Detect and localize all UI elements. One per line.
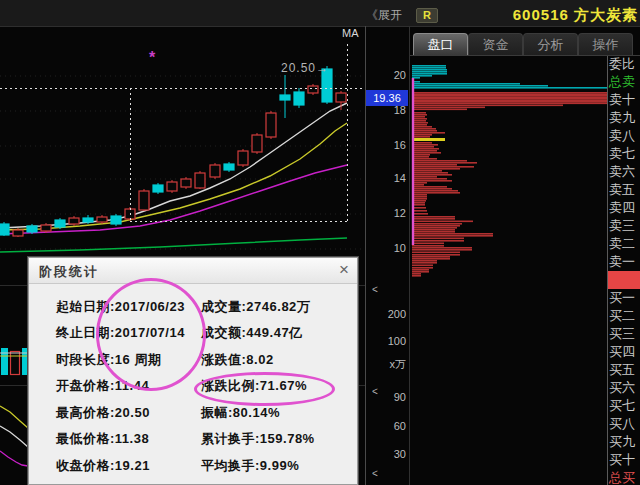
quote-row-卖四[interactable]: 卖四 [609,199,640,217]
chip-bar [412,221,473,223]
window-divider[interactable] [409,26,410,485]
chip-bar [412,134,432,136]
chip-bar [412,75,432,77]
chip-bar [412,130,437,132]
candlestick [308,86,318,93]
chip-bar [412,218,455,220]
price-axis-label: 14 [366,172,406,185]
chip-bar [412,166,474,168]
chip-bar [412,146,434,148]
quote-row-买五[interactable]: 买五 [609,361,640,379]
chip-bar [412,186,447,188]
chip-bar [412,231,455,233]
panel-collapse-arrow[interactable]: < [372,469,378,479]
quote-row-委比[interactable]: 委比 [609,55,640,73]
quote-row-买二[interactable]: 买二 [609,307,640,325]
price-axis-label: 10 [366,242,406,255]
panel-collapse-arrow[interactable]: < [372,285,378,295]
candlestick [41,225,51,231]
chip-bar [412,267,433,269]
stat-period-length: 时段长度:16 周期 [56,351,161,371]
close-icon[interactable]: × [339,260,349,280]
stat-low-price: 最低价格:11.38 [56,430,149,450]
chip-bar [412,85,548,87]
chip-bar [412,107,485,109]
selected-price-row[interactable] [608,271,640,289]
chip-bar [412,262,437,264]
stat-end-date: 终止日期:2017/07/14 [56,324,185,344]
chip-bar [412,178,447,180]
quote-row-买四[interactable]: 买四 [609,343,640,361]
quote-row-买八[interactable]: 买八 [609,415,640,433]
indicator-axis-label: 30 [366,448,406,461]
quote-row-买十[interactable]: 买十 [609,451,640,469]
ma-line [0,238,347,252]
quote-row-买三[interactable]: 买三 [609,325,640,343]
quote-row-卖五[interactable]: 卖五 [609,181,640,199]
chip-bar [412,132,445,134]
chip-bar [412,229,455,231]
quote-row-卖一[interactable]: 卖一 [609,253,640,271]
panel-collapse-arrow[interactable]: < [372,387,378,397]
chip-bar [412,235,493,237]
chip-bar [412,168,460,170]
chip-bar [412,260,437,262]
chip-bar [412,152,441,154]
chip-bar [412,198,427,200]
chip-bar [412,227,457,229]
chip-bar [412,213,428,215]
volume-axis-label: 100 [366,335,406,348]
candlestick [83,218,93,222]
quote-row-卖十[interactable]: 卖十 [609,91,640,109]
candlestick [167,182,177,191]
chip-bar [412,216,455,218]
chip-bar [412,265,433,267]
chip-bar [412,109,467,111]
quote-row-买一[interactable]: 买一 [609,289,640,307]
quote-row-卖六[interactable]: 卖六 [609,163,640,181]
chip-bar [412,69,447,71]
candlestick [111,216,121,224]
stat-volume: 成交量:2746.82万 [201,298,310,318]
chip-bar [412,188,452,190]
chip-bar [412,176,437,178]
quote-row-买六[interactable]: 买六 [609,379,640,397]
quote-row-卖二[interactable]: 卖二 [609,235,640,253]
chip-bar [412,122,428,124]
volume-axis-label: 200 [366,308,406,321]
dialog-title-bar[interactable]: 阶段统计 × [29,258,357,284]
chip-bar [412,210,427,212]
chip-bar [412,154,430,156]
chip-bar [412,172,448,174]
quote-row-卖三[interactable]: 卖三 [609,217,640,235]
quote-row-总卖[interactable]: 总卖 [609,73,640,91]
current-price-tag: 19.36 [366,90,408,106]
chip-bar [412,73,447,75]
candlestick [238,151,248,165]
chip-bar [412,65,446,67]
chip-bar [412,126,432,128]
chip-bar [412,114,427,116]
stage-statistics-dialog: 阶段统计 × 起始日期:2017/06/23 终止日期:2017/07/14 时… [28,257,358,485]
quote-row-买七[interactable]: 买七 [609,397,640,415]
candlestick [55,220,65,227]
quote-row-总买[interactable]: 总买 [609,469,640,485]
chip-bar [412,174,452,176]
quote-row-卖七[interactable]: 卖七 [609,145,640,163]
chip-bar [412,83,520,85]
candlestick [210,165,220,177]
chip-bar [412,164,457,166]
price-axis-label: 16 [366,139,406,152]
stat-close-price: 收盘价格:19.21 [56,457,150,477]
quote-row-卖九[interactable]: 卖九 [609,109,640,127]
candlestick [294,92,304,105]
chip-bar [412,243,444,245]
candlestick [97,217,107,222]
chip-bar [412,136,430,138]
chip-bar [412,245,444,247]
chip-bar [412,192,460,194]
quote-row-买九[interactable]: 买九 [609,433,640,451]
chip-bar [412,273,421,275]
quote-row-卖八[interactable]: 卖八 [609,127,640,145]
chip-bar [412,128,436,130]
